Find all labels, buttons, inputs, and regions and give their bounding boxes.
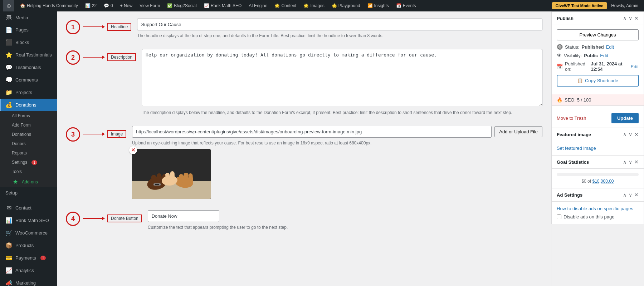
adminbar-new[interactable]: + New [117,2,135,10]
disable-ads-row: Disable ads on this page [557,214,639,220]
adminbar-events[interactable]: 📅 Events [393,2,419,10]
chevron-up-icon-gs[interactable]: ∧ [623,159,626,165]
sidebar-item-products[interactable]: 📦 Products [0,239,57,252]
move-to-trash-link[interactable]: Move to Trash [557,115,586,121]
sidebar-item-media[interactable]: 🖼 Media [0,11,57,24]
close-gs-icon[interactable]: ✕ [634,159,639,165]
rank-math-icon: 📊 [5,217,13,224]
chevron-up-icon-fi[interactable]: ∧ [623,132,626,137]
sidebar-item-add-form[interactable]: Add Form [0,120,57,130]
editor-area: 1 Headline The headline displays at the … [57,11,551,286]
publish-panel: Publish ∧ ∨ ✕ Preview Changes 🔘 Status: … [551,11,644,128]
adminbar-rank-math[interactable]: 📈 Rank Math SEO [201,2,245,10]
sidebar-item-comments[interactable]: 💭 Comments [0,74,57,86]
featured-image-controls: ∧ ∨ ✕ [623,132,639,137]
sidebar-item-pages[interactable]: 📄 Pages [0,24,57,36]
seo-icon: 🔥 [557,97,562,103]
sidebar-item-addons[interactable]: ★ Add-ons [0,176,57,187]
sidebar-item-tools[interactable]: Tools [0,167,57,176]
ad-settings-header[interactable]: Ad Settings ∧ ∨ ✕ [552,188,644,202]
status-icon: 🔘 [557,44,563,50]
sidebar-item-donations[interactable]: 💰 Donations [0,99,57,111]
svg-rect-9 [184,173,189,184]
sidebar-item-woocommerce[interactable]: 🛒 WooCommerce [0,227,57,239]
upload-button[interactable]: Add or Upload File [494,126,542,137]
donate-button-input[interactable] [148,210,219,222]
sidebar-item-setup[interactable]: Setup [0,187,57,198]
chevron-up-icon-ads[interactable]: ∧ [623,192,626,198]
right-sidebar: Publish ∧ ∨ ✕ Preview Changes 🔘 Status: … [551,11,644,286]
publish-panel-header[interactable]: Publish ∧ ∨ ✕ [552,12,644,25]
arrow-2 [83,57,104,58]
close-ads-icon[interactable]: ✕ [634,192,639,198]
adminbar-blog2social[interactable]: ✅ Blog2Social [164,2,199,10]
sidebar-item-donors[interactable]: Donors [0,139,57,148]
sidebar-item-payments[interactable]: 💳 Payments 1 [0,252,57,264]
image-url-input[interactable] [132,126,492,138]
section-number-3: 3 [66,127,80,142]
status-edit-link[interactable]: Edit [606,44,614,50]
adminbar-updates[interactable]: 📊 22 [82,2,99,10]
adminbar-insights[interactable]: 📶 Insights [365,2,392,10]
published-edit-link[interactable]: Edit [631,64,639,69]
adminbar-content[interactable]: 🌟 Content [272,2,299,10]
copy-shortcode-button[interactable]: 📋 Copy Shortcode [557,75,639,87]
preview-changes-button[interactable]: Preview Changes [557,29,639,40]
publish-panel-controls: ∧ ∨ ✕ [623,15,639,21]
publish-panel-title: Publish [557,16,574,21]
admin-bar: ⊕ 🏠 Helping Hands Community 📊 22 💬 0 + N… [0,0,644,11]
sidebar-item-analytics[interactable]: 📈 Analytics [0,264,57,277]
sidebar-item-donations-sub[interactable]: Donations [0,130,57,139]
adminbar-view-form[interactable]: View Form [137,2,163,10]
ad-settings-body: How to disable ads on specific pages Dis… [552,202,644,224]
chevron-down-icon-fi[interactable]: ∨ [629,132,632,137]
sidebar-item-marketing[interactable]: 📣 Marketing [0,277,57,286]
chevron-down-icon[interactable]: ∨ [629,15,632,21]
adminbar-playground[interactable]: 🌟 Playground [329,2,363,10]
section-number-4: 4 [66,212,80,226]
media-icon: 🖼 [5,14,13,21]
sidebar-item-real-testimonials[interactable]: ⭐ Real Testimonials [0,49,57,61]
sidebar-item-rank-math[interactable]: 📊 Rank Math SEO [0,214,57,227]
sidebar-separator-1 [0,200,57,200]
adminbar-images[interactable]: 🌟 Images [301,2,327,10]
disable-ads-link[interactable]: How to disable ads on specific pages [557,206,633,211]
action-row: Move to Trash Update [557,110,639,123]
payments-badge: 1 [40,256,46,260]
headline-input[interactable] [137,19,542,30]
sidebar-item-reports[interactable]: Reports [0,148,57,158]
section-donate-button: 4 Donate Button Customize the text that … [66,210,542,231]
sidebar-item-all-forms[interactable]: All Forms [0,111,57,120]
chevron-down-icon-ads[interactable]: ∨ [629,192,632,198]
goal-amount-link[interactable]: $10,000.00 [592,179,614,184]
sidebar-item-blocks[interactable]: ⬛ Blocks [0,36,57,49]
wp-logo[interactable]: ⊕ [3,0,14,11]
sidebar-item-testimonials[interactable]: 💬 Testimonials [0,61,57,74]
sidebar-item-projects[interactable]: 📁 Projects [0,86,57,99]
chevron-down-icon-gs[interactable]: ∨ [629,159,632,165]
adminbar-givewp[interactable]: GiveWP Test Mode Active [552,2,607,9]
status-label: Status: [565,44,579,50]
adminbar-ai-engine[interactable]: AI Engine [246,2,270,10]
sidebar-item-settings[interactable]: Settings 1 [0,158,57,167]
status-row: 🔘 Status: Published Edit [557,44,639,50]
set-featured-image-link[interactable]: Set featured image [557,146,596,151]
sidebar-item-contact[interactable]: ✉ Contact [0,202,57,214]
adminbar-site[interactable]: 🏠 Helping Hands Community [17,2,81,10]
publish-panel-body: Preview Changes 🔘 Status: Published Edit… [552,25,644,94]
analytics-icon: 📈 [5,267,13,274]
close-fi-icon[interactable]: ✕ [634,132,639,137]
adminbar-comments[interactable]: 💬 0 [101,2,116,10]
visibility-edit-link[interactable]: Edit [600,53,608,58]
visibility-label: Visibility: [564,53,582,58]
featured-image-title: Featured image [557,132,591,137]
featured-image-header[interactable]: Featured image ∧ ∨ ✕ [552,128,644,141]
comments-icon: 💭 [5,77,13,83]
disable-ads-checkbox[interactable] [557,214,561,219]
chevron-up-icon[interactable]: ∧ [623,15,626,21]
ad-settings-controls: ∧ ∨ ✕ [623,192,639,198]
description-textarea[interactable]: Help our organization by donating today!… [142,49,542,106]
goal-statistics-header[interactable]: Goal Statistics ∧ ∨ ✕ [552,156,644,169]
close-panel-icon[interactable]: ✕ [634,15,639,21]
update-button[interactable]: Update [611,113,639,123]
